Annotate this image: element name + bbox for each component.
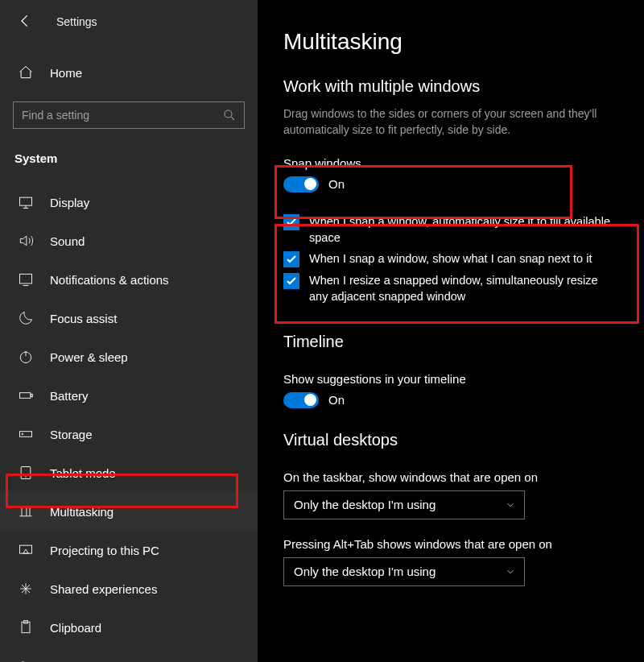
projecting-icon (18, 542, 34, 558)
toggle-state: On (328, 393, 345, 407)
sidebar-item-label: Remote Desktop (50, 660, 140, 663)
toggle-state: On (328, 177, 345, 191)
checkbox-checked-icon (283, 273, 299, 289)
page-title: Multitasking (283, 29, 620, 55)
snap-windows-toggle[interactable]: On (283, 176, 620, 192)
section-description: Drag windows to the sides or corners of … (283, 106, 620, 139)
sidebar-home[interactable]: Home (0, 55, 258, 90)
svg-rect-1 (20, 197, 32, 205)
sidebar-item-label: Clipboard (50, 621, 101, 635)
sidebar-item-shared[interactable]: Shared experiences (0, 569, 258, 608)
chevron-down-icon (505, 499, 516, 511)
battery-icon (18, 387, 34, 403)
search-icon (222, 108, 237, 122)
sidebar-section-title: System (0, 137, 258, 170)
remote-desktop-icon (18, 658, 34, 662)
sidebar-item-label: Display (50, 196, 89, 209)
svg-rect-4 (20, 393, 31, 399)
tablet-icon (18, 465, 34, 481)
sidebar-item-notifications[interactable]: Notifications & actions (0, 260, 258, 299)
storage-icon (18, 426, 34, 442)
power-icon (18, 349, 34, 365)
sidebar-item-multitasking[interactable]: Multitasking (0, 492, 258, 531)
snap-option-1[interactable]: When I snap a window, automatically size… (283, 213, 620, 246)
sidebar-item-label: Storage (50, 428, 93, 441)
snap-windows-label: Snap windows (283, 156, 620, 170)
checkbox-label: When I snap a window, show what I can sn… (309, 250, 592, 267)
clipboard-icon (18, 619, 34, 635)
sidebar-item-battery[interactable]: Battery (0, 376, 258, 415)
sidebar-item-label: Power & sleep (50, 350, 128, 364)
checkbox-label: When I snap a window, automatically size… (309, 213, 620, 246)
home-label: Home (50, 66, 82, 80)
shared-icon (18, 581, 34, 597)
search-input[interactable] (13, 101, 245, 129)
main-content: Multitasking Work with multiple windows … (258, 0, 644, 662)
sidebar-item-storage[interactable]: Storage (0, 415, 258, 453)
taskbar-windows-select[interactable]: Only the desktop I'm using (283, 490, 525, 519)
section-title-work: Work with multiple windows (283, 77, 620, 96)
sidebar-item-label: Focus assist (50, 312, 117, 325)
toggle-track (283, 176, 319, 192)
select-value: Only the desktop I'm using (294, 565, 436, 578)
sidebar-item-label: Battery (50, 389, 89, 403)
sidebar-item-projecting[interactable]: Projecting to this PC (0, 531, 258, 569)
sidebar-item-tablet-mode[interactable]: Tablet mode (0, 453, 258, 492)
alt-tab-select[interactable]: Only the desktop I'm using (283, 557, 525, 586)
sidebar-item-sound[interactable]: Sound (0, 221, 258, 260)
sidebar-item-label: Tablet mode (50, 466, 116, 480)
snap-option-2[interactable]: When I snap a window, show what I can sn… (283, 250, 620, 267)
sidebar-item-label: Sound (50, 234, 85, 248)
select-value: Only the desktop I'm using (294, 498, 436, 511)
display-icon (18, 194, 34, 210)
notifications-icon (18, 271, 34, 288)
sidebar-item-label: Projecting to this PC (50, 544, 159, 557)
svg-point-7 (22, 433, 23, 435)
sound-icon (18, 233, 34, 249)
back-icon[interactable] (18, 13, 35, 31)
sidebar-item-label: Notifications & actions (50, 273, 169, 287)
sidebar-item-display[interactable]: Display (0, 183, 258, 221)
taskbar-windows-label: On the taskbar, show windows that are op… (283, 470, 620, 484)
chevron-down-icon (505, 566, 516, 577)
section-title-timeline: Timeline (283, 333, 620, 351)
timeline-suggestions-toggle[interactable]: On (283, 392, 620, 408)
checkbox-label: When I resize a snapped window, simultan… (309, 272, 620, 305)
sidebar-item-focus-assist[interactable]: Focus assist (0, 299, 258, 337)
home-icon (18, 64, 34, 81)
snap-option-3[interactable]: When I resize a snapped window, simultan… (283, 272, 620, 305)
sidebar-item-power-sleep[interactable]: Power & sleep (0, 337, 258, 376)
sidebar-item-label: Shared experiences (50, 582, 157, 596)
window-title: Settings (56, 15, 97, 28)
sidebar-item-remote-desktop[interactable]: Remote Desktop (0, 647, 258, 662)
toggle-track (283, 392, 319, 408)
alt-tab-label: Pressing Alt+Tab shows windows that are … (283, 537, 620, 551)
sidebar-item-clipboard[interactable]: Clipboard (0, 608, 258, 647)
svg-point-0 (225, 110, 232, 118)
svg-rect-5 (31, 394, 33, 396)
svg-rect-2 (20, 274, 32, 283)
multitasking-icon (18, 503, 34, 519)
section-title-virtual-desktops: Virtual desktops (283, 431, 620, 449)
sidebar-item-label: Multitasking (50, 505, 114, 519)
timeline-suggestions-label: Show suggestions in your timeline (283, 372, 620, 386)
settings-sidebar: Settings Home System Display Sound (0, 0, 258, 662)
checkbox-checked-icon (283, 251, 299, 267)
focus-assist-icon (18, 310, 34, 326)
checkbox-checked-icon (283, 214, 299, 230)
